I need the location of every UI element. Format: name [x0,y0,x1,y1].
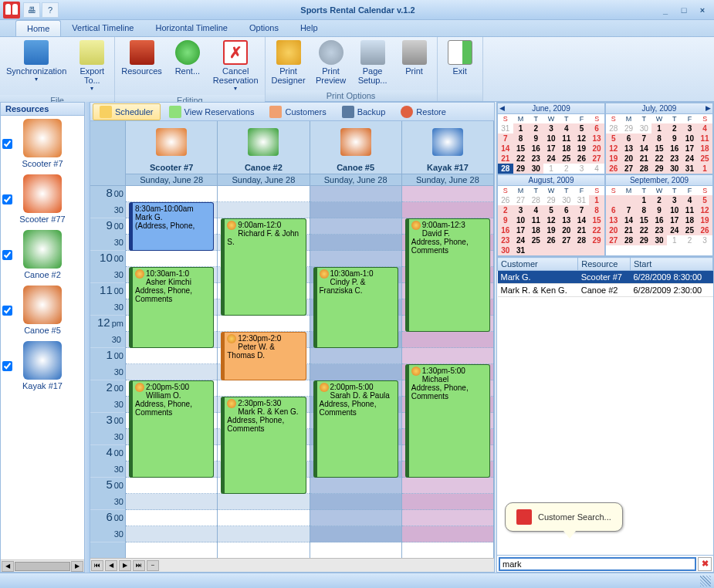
time-slot[interactable] [218,316,309,332]
calendar-day[interactable]: 9 [667,133,682,144]
calendar-day[interactable]: 6 [589,123,604,133]
calendar-day[interactable]: 12 [697,205,712,215]
resource-item[interactable]: Canoe #2 [1,227,84,282]
calendar-day[interactable]: 3 [543,123,559,133]
calendar-day[interactable]: 23 [667,154,682,164]
calendar-day[interactable]: 13 [621,144,637,154]
calendar-day[interactable]: 12 [543,215,559,225]
maximize-button[interactable]: □ [675,3,692,17]
result-row[interactable]: Mark R. & Ken G.Canoe #26/28/2009 2:30:0… [498,284,713,297]
calendar-day[interactable]: 26 [543,235,559,245]
resource-checkbox[interactable] [2,194,12,204]
time-slot[interactable] [402,348,493,364]
time-slot[interactable] [126,510,217,526]
calendar-day[interactable]: 27 [559,235,574,245]
calendar-day[interactable]: 7 [498,133,513,144]
calendar-day[interactable]: 7 [621,205,637,215]
calendar-day[interactable]: 1 [697,164,712,174]
calendar-day[interactable]: 28 [606,123,621,133]
time-slot[interactable] [310,494,401,510]
calendar-day[interactable]: 21 [498,154,513,164]
resource-checkbox[interactable] [2,139,12,149]
calendar-day[interactable]: 3 [697,235,712,245]
time-slot[interactable] [218,202,309,218]
calendar-day[interactable] [621,195,637,205]
calendar-day[interactable]: 10 [667,205,682,215]
calendar-day[interactable]: 19 [697,215,712,225]
nav-last-button[interactable]: ⏭ [133,560,145,571]
reservation-event[interactable]: 10:30am-1:0Cindy P. & Franziska C. [313,267,398,348]
calendar-day[interactable]: 26 [697,225,712,235]
tab-customers[interactable]: Customers [262,103,333,120]
reservation-event[interactable]: 2:00pm-5:00William O.Address, Phone, Com… [129,380,214,478]
resources-list[interactable]: Scooter #7 Scooter #77 Canoe #2 Canoe #5… [1,116,84,559]
next-month-button[interactable]: ▶ [706,104,711,112]
calendar-day[interactable]: 16 [528,144,543,154]
calendar-day[interactable]: 14 [636,144,651,154]
calendar-day[interactable]: 21 [621,225,637,235]
time-slot[interactable] [402,510,493,526]
time-slot[interactable] [126,526,217,542]
calendar-day[interactable]: 1 [589,195,604,205]
tab-backup[interactable]: Backup [335,103,393,120]
synchronization-button[interactable]: Synchronization ▾ [2,39,71,93]
calendar-day[interactable]: 22 [589,225,604,235]
calendar-day[interactable]: 29 [543,195,559,205]
reservation-event[interactable]: 8:30am-10:00amMark G.(Address, Phone, [129,202,214,251]
reservation-event[interactable]: 9:00am-12:0Richard F. & John S. [221,218,306,316]
tab-scheduler[interactable]: Scheduler [93,103,161,120]
resource-checkbox[interactable] [2,361,12,371]
calendar-day[interactable]: 23 [651,225,667,235]
calendar-day[interactable]: 31 [498,123,513,133]
calendar-day[interactable]: 16 [667,144,682,154]
calendar-day[interactable]: 1 [651,123,667,133]
reservation-event[interactable]: 2:00pm-5:00Sarah D. & PaulaAddress, Phon… [313,380,398,478]
time-slot[interactable] [310,364,401,380]
calendar-day[interactable]: 23 [528,154,543,164]
time-slot[interactable] [310,202,401,218]
print-quick-button[interactable]: 🖶 [23,2,40,18]
calendar-day[interactable]: 13 [606,215,621,225]
calendar-day[interactable]: 2 [667,123,682,133]
calendar-day[interactable]: 11 [528,215,543,225]
calendar-day[interactable]: 10 [513,215,529,225]
calendar-day[interactable]: 28 [636,164,651,174]
time-slot[interactable] [126,251,217,267]
tab-horizontal-timeline[interactable]: Horizontal Timeline [144,20,239,36]
calendar-day[interactable]: 5 [574,123,590,133]
calendar-day[interactable]: 13 [589,133,604,144]
resource-checkbox[interactable] [2,306,12,316]
time-slot[interactable] [402,186,493,202]
column-body[interactable]: 8:30am-10:00amMark G.(Address, Phone, 10… [126,186,217,542]
resources-button[interactable]: Resources [117,39,167,93]
calendar-day[interactable]: 18 [682,215,698,225]
time-slot[interactable] [126,478,217,494]
calendar-day[interactable]: 4 [589,164,604,174]
calendar-day[interactable]: 3 [513,205,529,215]
resize-grip[interactable] [700,576,711,586]
time-slot[interactable] [402,494,493,510]
time-slot[interactable] [402,202,493,218]
calendar-day[interactable]: 30 [636,123,651,133]
calendar-day[interactable]: 8 [513,133,529,144]
calendar-day[interactable]: 15 [513,144,529,154]
time-slot[interactable] [218,526,309,542]
time-slot[interactable] [126,494,217,510]
resource-item[interactable]: Scooter #7 [1,116,84,171]
column-body[interactable]: 9:00am-12:0Richard F. & John S. 12:30pm-… [218,186,309,542]
time-slot[interactable] [402,478,493,494]
calendar-day[interactable]: 14 [621,215,637,225]
print-preview-button[interactable]: Print Preview [310,39,352,89]
time-slot[interactable] [310,251,401,267]
calendar-day[interactable]: 3 [667,195,682,205]
reservation-event[interactable]: 12:30pm-2:0Peter W. & Thomas D. [221,332,306,380]
page-setup-button[interactable]: Page Setup... [352,39,394,89]
calendar-day[interactable]: 25 [697,154,712,164]
calendar-day[interactable]: 4 [682,195,698,205]
reservation-event[interactable]: 9:00am-12:3David F.Address, Phone, Comme… [405,218,490,332]
calendar-day[interactable]: 30 [528,164,543,174]
calendar-day[interactable] [574,245,590,255]
calendar-day[interactable]: 9 [651,205,667,215]
prev-month-button[interactable]: ◀ [499,104,505,112]
calendar-day[interactable]: 27 [606,235,621,245]
